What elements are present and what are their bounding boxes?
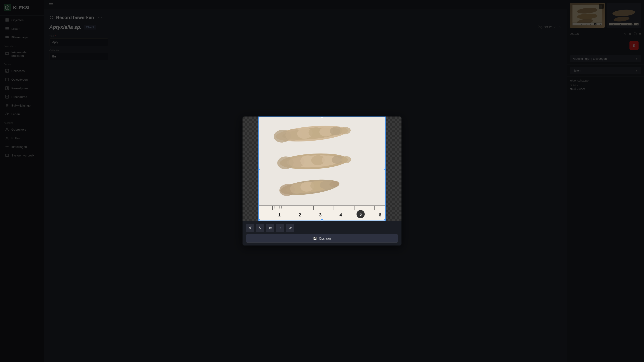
svg-text:3: 3: [319, 212, 322, 217]
crop-handle-tc[interactable]: [321, 116, 323, 118]
svg-rect-79: [259, 117, 386, 206]
flip-v-button[interactable]: ↕: [276, 224, 284, 232]
save-icon: 💾: [313, 237, 317, 240]
redo-button[interactable]: ↻: [256, 224, 264, 232]
undo-button[interactable]: ↺: [246, 224, 254, 232]
svg-text:2: 2: [298, 212, 301, 217]
svg-text:1: 1: [278, 212, 281, 217]
svg-rect-80: [259, 206, 386, 221]
crop-handle-tl[interactable]: [258, 116, 260, 118]
svg-text:4: 4: [340, 212, 342, 217]
image-editor-modal: 1 2 3 4 5 6: [242, 116, 402, 246]
image-editor-canvas: 1 2 3 4 5 6: [242, 116, 402, 221]
flip-h-button[interactable]: ⇄: [266, 224, 274, 232]
save-label: Opslaan: [319, 237, 331, 240]
reset-button[interactable]: ⟳: [286, 224, 294, 232]
svg-rect-81: [259, 206, 386, 206]
toolbar-tools-row: ↺ ↻ ⇄ ↕ ⟳: [246, 224, 398, 232]
image-editor-toolbar: ↺ ↻ ⇄ ↕ ⟳ 💾 Opslaan: [242, 221, 402, 246]
crop-handle-ml[interactable]: [258, 168, 260, 170]
svg-text:6: 6: [379, 212, 381, 217]
svg-text:5: 5: [360, 212, 362, 217]
modal-overlay: 1 2 3 4 5 6: [0, 0, 644, 362]
save-button[interactable]: 💾 Opslaan: [246, 234, 398, 243]
